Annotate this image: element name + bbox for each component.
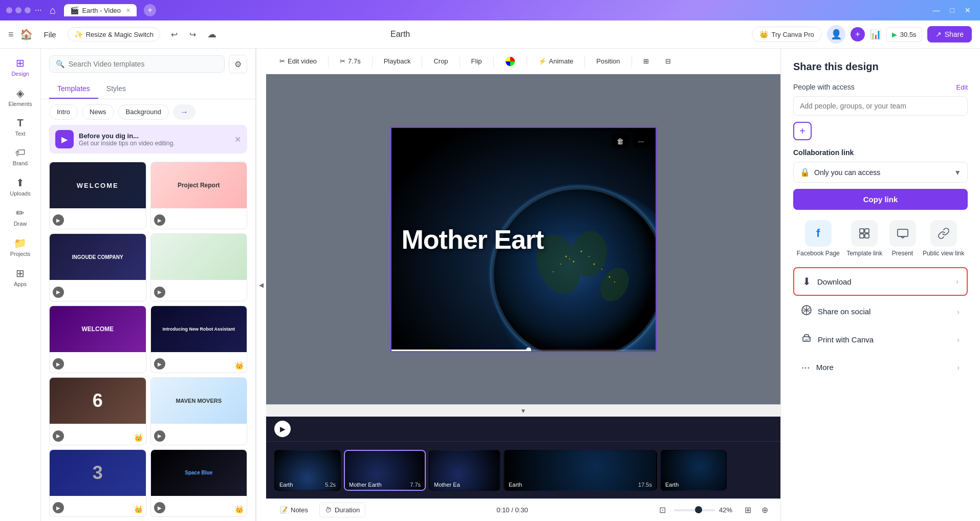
- download-option[interactable]: ⬇ Download ›: [793, 267, 968, 296]
- template-card[interactable]: 3 ▶ 👑: [49, 449, 146, 517]
- duration-button[interactable]: ⏱ Duration: [319, 503, 365, 517]
- social-label: Share on social: [818, 307, 951, 316]
- template-card[interactable]: Introducing New Robot Assistant ▶ 👑: [150, 306, 248, 373]
- fit-screen-icon[interactable]: ⊡: [659, 505, 666, 515]
- search-input[interactable]: [69, 60, 218, 68]
- crop-button[interactable]: Crop: [428, 54, 453, 68]
- add-collaborator-button[interactable]: +: [851, 27, 865, 41]
- edit-video-button[interactable]: ✂ Edit video: [274, 54, 322, 68]
- undo-button[interactable]: ↩: [166, 26, 183, 42]
- timeline-track[interactable]: Mother Ea: [429, 450, 500, 491]
- tab-templates[interactable]: Templates: [49, 79, 98, 99]
- timeline-play-button[interactable]: ▶: [274, 421, 291, 437]
- timeline-track-active[interactable]: Mother Earth 7.7s: [344, 450, 426, 491]
- print-option[interactable]: Print with Canva ›: [793, 326, 968, 353]
- redo-button[interactable]: ↪: [185, 26, 201, 42]
- chip-intro[interactable]: Intro: [49, 104, 78, 120]
- edit-video-label: Edit video: [288, 57, 317, 65]
- template-card[interactable]: ▶: [150, 233, 248, 301]
- template-card[interactable]: INGOUDE COMPANY ▶: [49, 233, 146, 301]
- timeline-track[interactable]: Earth 5.2s: [274, 450, 341, 491]
- close-button[interactable]: ✕: [962, 5, 974, 15]
- grid-view-button[interactable]: ⊞: [741, 503, 755, 517]
- edit-access-link[interactable]: Edit: [956, 83, 968, 91]
- template-card[interactable]: Space Blue ▶ 👑: [150, 449, 248, 517]
- search-icon: 🔍: [56, 60, 64, 68]
- titlebar-dot-1[interactable]: [6, 7, 12, 13]
- save-cloud-icon[interactable]: ☁: [207, 29, 216, 40]
- add-people-button[interactable]: +: [793, 122, 812, 140]
- filter-button[interactable]: ⚙: [229, 55, 247, 73]
- flip-button[interactable]: Flip: [466, 54, 487, 68]
- analytics-icon[interactable]: 📊: [870, 29, 881, 40]
- more-option[interactable]: ··· More ›: [793, 354, 968, 380]
- chip-background[interactable]: Background: [118, 104, 169, 120]
- sidebar-item-brand[interactable]: 🏷 Brand: [2, 143, 39, 170]
- search-box[interactable]: 🔍: [49, 55, 225, 73]
- collab-access-dropdown[interactable]: 🔒 Only you can access ▼: [793, 162, 968, 183]
- position-button[interactable]: Position: [591, 54, 625, 68]
- sidebar-item-text[interactable]: T Text: [2, 113, 39, 141]
- chip-more[interactable]: →: [173, 104, 195, 120]
- add-people-input[interactable]: [793, 96, 968, 116]
- file-menu-button[interactable]: File: [39, 27, 61, 42]
- titlebar-more-icon[interactable]: ···: [35, 6, 41, 15]
- duration-button[interactable]: ✂ 7.7s: [335, 54, 366, 68]
- zoom-slider[interactable]: [674, 509, 715, 511]
- try-pro-button[interactable]: 👑 Try Canva Pro: [752, 27, 821, 42]
- titlebar-dot-2[interactable]: [15, 7, 21, 13]
- panel-collapse-arrow[interactable]: ◀: [256, 49, 266, 521]
- tab-close-icon[interactable]: ✕: [126, 7, 130, 14]
- bottom-panel-toggle[interactable]: ▼: [266, 404, 780, 417]
- maximize-button[interactable]: □: [947, 5, 957, 15]
- magic-switch-button[interactable]: ✨ Resize & Magic Switch: [68, 27, 160, 41]
- sidebar-item-uploads[interactable]: ⬆ Uploads: [2, 172, 39, 201]
- animate-button[interactable]: ⚡ Animate: [533, 54, 579, 68]
- template-card[interactable]: MAVEN MOVERS ▶: [150, 377, 248, 445]
- canvas-more-button[interactable]: ···: [633, 134, 649, 148]
- checkered-button[interactable]: ⊞: [638, 54, 654, 68]
- sidebar-item-elements[interactable]: ◈ Elements: [2, 83, 39, 111]
- zoom-in-button[interactable]: ⊕: [757, 503, 772, 517]
- notes-icon: 📝: [279, 506, 288, 514]
- crown-icon: 👑: [134, 433, 143, 442]
- playback-button[interactable]: Playback: [379, 54, 416, 68]
- canvas[interactable]: Mother Eart 🗑 ···: [390, 127, 657, 352]
- toolbar-divider: [422, 55, 422, 68]
- design-title[interactable]: Earth: [390, 30, 410, 39]
- banner-close-icon[interactable]: ✕: [234, 135, 241, 144]
- minimize-button[interactable]: —: [930, 5, 943, 15]
- notes-button[interactable]: 📝 Notes: [274, 503, 313, 517]
- sidebar-item-design[interactable]: ⊞ Design: [2, 53, 39, 81]
- template-card[interactable]: 6 ▶ 👑: [49, 377, 146, 445]
- present-share[interactable]: Present: [889, 220, 916, 257]
- tab-styles[interactable]: Styles: [98, 79, 134, 99]
- titlebar-home-icon[interactable]: ⌂: [50, 5, 56, 16]
- share-button[interactable]: ↗ Share: [927, 26, 972, 42]
- settings-button[interactable]: ⊟: [660, 54, 676, 68]
- sidebar-item-projects[interactable]: 📁 Projects: [2, 233, 39, 261]
- template-link-share[interactable]: Template link: [846, 220, 882, 257]
- canvas-delete-button[interactable]: 🗑: [612, 134, 629, 148]
- titlebar-tab[interactable]: 🎬 Earth - Video ✕: [64, 4, 137, 16]
- template-card[interactable]: WELCOME ▶: [49, 306, 146, 373]
- hamburger-menu-icon[interactable]: ≡: [8, 29, 14, 40]
- sidebar-item-apps[interactable]: ⊞ Apps: [2, 263, 39, 291]
- play-time-button[interactable]: ▶ 30.5s: [886, 27, 922, 42]
- new-tab-button[interactable]: +: [144, 4, 156, 16]
- undo-redo-actions: ↩ ↪: [166, 26, 201, 42]
- facebook-page-share[interactable]: f Facebook Page: [797, 220, 840, 257]
- template-card[interactable]: WELCOME ▶: [49, 162, 146, 229]
- share-social-option[interactable]: Share on social ›: [793, 298, 968, 325]
- timeline-track[interactable]: Earth 17.5s: [504, 450, 657, 491]
- user-avatar[interactable]: 👤: [827, 25, 845, 44]
- sidebar-item-draw[interactable]: ✏ Draw: [2, 203, 39, 231]
- public-view-share[interactable]: Public view link: [923, 220, 964, 257]
- timeline-track[interactable]: Earth: [660, 450, 727, 491]
- home-icon[interactable]: 🏠: [20, 28, 33, 40]
- titlebar-dot-3[interactable]: [25, 7, 31, 13]
- color-picker-button[interactable]: [500, 53, 520, 70]
- copy-link-button[interactable]: Copy link: [793, 189, 968, 210]
- template-card[interactable]: Project Report ▶: [150, 162, 248, 229]
- chip-news[interactable]: News: [82, 104, 114, 120]
